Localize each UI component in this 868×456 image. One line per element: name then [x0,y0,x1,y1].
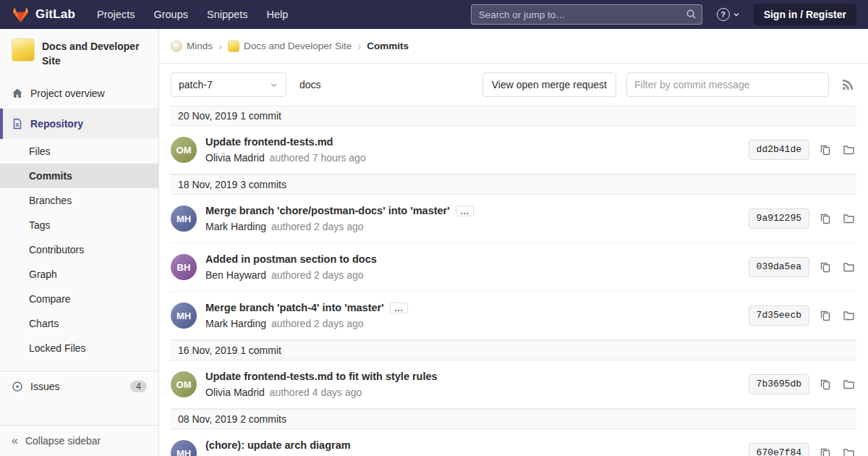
commit-sha-link[interactable]: dd2b41de [749,140,809,160]
expand-commit-message-button[interactable]: … [456,206,474,216]
commit-authored-time: authored 4 days ago [270,387,362,398]
commit-filter-input[interactable] [626,72,829,97]
copy-sha-button[interactable] [818,143,833,157]
breadcrumb-group-link[interactable]: Minds [171,41,213,52]
browse-files-button[interactable] [841,143,856,157]
commit-author-link[interactable]: Olivia Madrid [205,387,265,398]
commits-controls: patch-7 docs View open merge request [159,64,868,106]
commit-sha-link[interactable]: 670e7f84 [749,443,809,456]
avatar[interactable]: BH [171,254,197,280]
browse-files-button[interactable] [841,377,856,392]
commit-actions: 039da5ea [737,257,856,277]
avatar[interactable]: OM [171,137,197,163]
copy-sha-button[interactable] [818,308,833,323]
repository-doc-icon [12,118,23,130]
gitlab-home-link[interactable]: GitLab [12,6,75,23]
commit-author-link[interactable]: Olivia Madrid [205,152,265,164]
browse-files-button[interactable] [841,446,856,456]
breadcrumb-project-link[interactable]: Docs and Developer Site [228,41,352,52]
gitlab-tanuki-logo-icon [12,6,30,23]
commit-author-link[interactable]: Mark Harding [205,318,266,329]
sidebar-item-commits[interactable]: Commits [0,164,158,188]
commit-row: MH (chore): update arch diagram Mark Har… [171,429,856,456]
commit-row: MH Merge branch 'chore/postman-docs' int… [171,195,856,243]
collapse-sidebar-button[interactable]: « Collapse sidebar [0,425,158,456]
browse-files-button[interactable] [841,211,856,226]
commit-sha-link[interactable]: 7b3695db [749,374,809,394]
help-dropdown-toggle[interactable]: ? [717,8,741,21]
commit-info: Merge branch 'chore/postman-docs' into '… [205,205,737,232]
copy-sha-button[interactable] [818,446,833,456]
branch-selector-value: patch-7 [179,79,213,90]
commit-title-link[interactable]: Merge branch 'patch-4' into 'master' [205,302,384,313]
breadcrumb-separator-icon: › [357,40,361,52]
commit-authored-time: authored 2 days ago [271,318,364,329]
sidebar-item-label: Repository [30,118,83,130]
browse-files-button[interactable] [841,260,856,274]
avatar[interactable]: OM [171,371,197,397]
commit-list: 20 Nov, 2019 1 commit OM Update frontend… [159,106,868,456]
sidebar-item-branches[interactable]: Branches [0,188,158,213]
copy-sha-button[interactable] [818,377,833,392]
sidebar-item-issues[interactable]: Issues 4 [0,371,158,402]
commit-title-link[interactable]: Update frontend-tests.md to fit with sty… [205,371,438,382]
nav-groups-link[interactable]: Groups [153,9,188,20]
commit-info: Update frontend-tests.md to fit with sty… [205,371,737,398]
breadcrumb-group-label: Minds [187,41,213,51]
commit-info: Added in postman section to docs Ben Hay… [205,253,737,281]
commit-title-link[interactable]: Added in postman section to docs [205,253,377,265]
issues-count-badge: 4 [130,381,147,392]
commit-title-link[interactable]: Update frontend-tests.md [205,136,333,148]
commit-actions: 7d35eecb [737,305,856,326]
breadcrumb: Minds › Docs and Developer Site › Commit… [159,29,868,64]
sidebar-item-tags[interactable]: Tags [0,213,158,237]
sign-in-register-button[interactable]: Sign in / Register [754,4,856,25]
sidebar-item-compare[interactable]: Compare [0,287,158,311]
search-input[interactable] [471,4,702,25]
breadcrumb-current-page: Commits [367,41,409,51]
sidebar-item-project-overview[interactable]: Project overview [0,78,158,109]
commit-sha-link[interactable]: 7d35eecb [749,305,809,326]
sidebar-item-locked-files[interactable]: Locked Files [0,336,158,360]
path-breadcrumb-link[interactable]: docs [299,79,321,90]
commit-meta: Ben Hayward authored 2 days ago [205,269,737,281]
branch-selector[interactable]: patch-7 [171,72,286,97]
sidebar-item-graph[interactable]: Graph [0,262,158,287]
commit-date-header: 16 Nov, 2019 1 commit [171,340,856,360]
project-sidebar: Docs and Developer Site Project overview… [0,29,159,456]
commit-date-header: 20 Nov, 2019 1 commit [171,106,856,126]
commit-info: (chore): update arch diagram Mark Hardin… [205,439,737,456]
project-avatar [12,38,35,62]
nav-help-link[interactable]: Help [266,9,288,20]
commit-meta: Olivia Madrid authored 7 hours ago [205,152,737,164]
sidebar-item-files[interactable]: Files [0,139,158,164]
commits-feed-button[interactable] [839,76,856,93]
commit-title-link[interactable]: (chore): update arch diagram [205,439,351,451]
chevron-down-icon [269,80,278,90]
nav-snippets-link[interactable]: Snippets [207,9,247,20]
commit-date-header: 08 Nov, 2019 2 commits [171,409,856,429]
nav-projects-link[interactable]: Projects [97,9,135,20]
expand-commit-message-button[interactable]: … [390,303,408,313]
sidebar-item-label: Issues [30,381,59,392]
browse-files-button[interactable] [841,308,856,323]
commit-meta: Mark Harding authored 2 days ago [205,318,737,329]
collapse-chevrons-icon: « [12,435,18,447]
commit-sha-link[interactable]: 9a912295 [749,208,809,229]
copy-sha-button[interactable] [818,211,833,226]
commit-actions: 9a912295 [737,208,856,229]
commit-title-link[interactable]: Merge branch 'chore/postman-docs' into '… [205,205,450,216]
avatar[interactable]: MH [171,440,197,456]
sidebar-item-charts[interactable]: Charts [0,311,158,336]
commit-sha-link[interactable]: 039da5ea [749,257,809,277]
commit-author-link[interactable]: Mark Harding [205,221,266,232]
sidebar-item-contributors[interactable]: Contributors [0,237,158,262]
avatar[interactable]: MH [171,303,197,329]
copy-sha-button[interactable] [818,260,833,274]
avatar[interactable]: MH [171,206,197,232]
top-navbar: GitLab Projects Groups Snippets Help ? S… [0,0,868,29]
sidebar-item-repository[interactable]: Repository [0,109,158,139]
view-open-merge-request-button[interactable]: View open merge request [482,72,616,97]
project-header[interactable]: Docs and Developer Site [0,29,158,78]
commit-author-link[interactable]: Ben Hayward [205,269,266,281]
